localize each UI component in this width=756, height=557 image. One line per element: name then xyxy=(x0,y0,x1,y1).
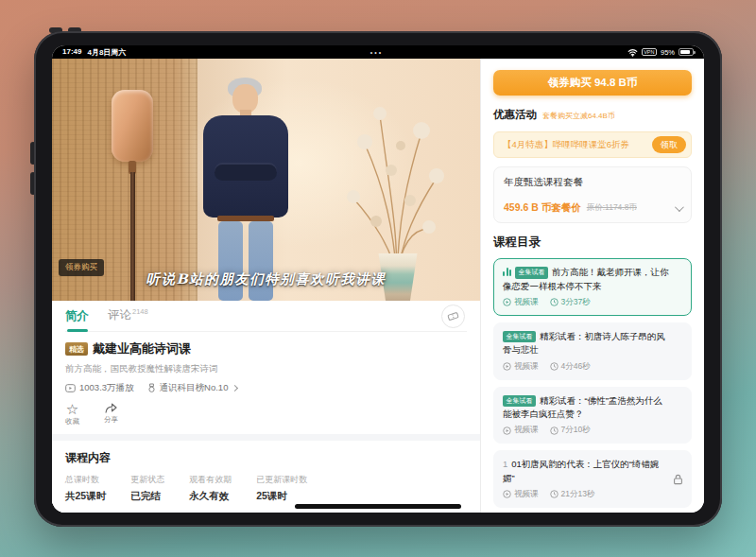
presenter xyxy=(194,74,298,301)
share-button[interactable]: 分享 xyxy=(104,402,118,426)
catalog-header: 课程目录 xyxy=(493,235,692,251)
item-type-label: 视频课 xyxy=(514,489,539,500)
dried-flowers xyxy=(331,87,454,301)
clock-time: 17:49 xyxy=(62,47,81,58)
video-type-icon xyxy=(503,426,511,435)
status-bar: 17:49 4月8日周六 ••• VPN 95% xyxy=(52,45,704,59)
package-original-price: 原价:1174.8币 xyxy=(587,202,637,214)
item-duration-label: 7分10秒 xyxy=(561,425,591,436)
featured-badge: 精选 xyxy=(65,342,88,356)
clock-icon xyxy=(550,362,558,371)
package-price: 459.6 B 币套餐价 xyxy=(504,201,581,215)
clock-icon xyxy=(550,490,558,498)
item-meta: 视频课 21分13秒 xyxy=(503,489,682,500)
list-item[interactable]: 全集试看精彩试看：初唐诗人陈子昂的风骨与悲壮 视频课 4分46秒 xyxy=(493,322,692,380)
video-type-icon xyxy=(503,490,511,498)
vintage-microphone xyxy=(112,90,153,162)
clock-date: 4月8日周六 xyxy=(87,47,126,58)
clock-icon xyxy=(550,298,558,306)
item-title: 101初唐风韵的代表：上官仪的“绮错婉媚” xyxy=(503,458,682,485)
multitask-dots-icon: ••• xyxy=(126,49,627,56)
coupon-ticket-icon[interactable] xyxy=(441,305,465,328)
play-count-icon xyxy=(65,384,76,392)
list-item[interactable]: 101初唐风韵的代表：上官仪的“绮错婉媚” 视频课 21分13秒 xyxy=(493,450,692,508)
rank-medal-icon xyxy=(147,383,156,393)
content-info-header: 课程内容 xyxy=(65,450,467,466)
item-title: 全集试看前方高能！戴老师开课，让你像恋爱一样根本停不下来 xyxy=(503,266,682,293)
chevron-right-icon xyxy=(232,385,238,392)
battery-icon xyxy=(679,48,694,56)
comments-count: 2148 xyxy=(132,307,148,316)
course-title: 戴建业高能诗词课 xyxy=(93,340,191,357)
vpn-badge: VPN xyxy=(642,48,657,56)
clock-icon xyxy=(550,426,558,435)
video-subtitle: 听说B站的朋友们特别喜欢听我讲课 xyxy=(52,270,480,288)
trial-badge: 全集试看 xyxy=(503,395,536,408)
coupon-text: 【4月特惠】哔哩哔哩课堂6折券 xyxy=(503,139,629,151)
item-type-label: 视频课 xyxy=(514,425,539,436)
tab-bar: 简介 评论2148 xyxy=(65,301,467,332)
home-indicator[interactable] xyxy=(295,504,461,509)
package-title: 年度甄选课程套餐 xyxy=(504,176,681,189)
item-duration-label: 21分13秒 xyxy=(561,489,595,500)
video-type-icon xyxy=(503,298,511,306)
trial-badge: 全集试看 xyxy=(515,267,548,279)
screen: 17:49 4月8日周六 ••• VPN 95% xyxy=(52,45,704,513)
course-desc: 前方高能，国民教授魔性解读唐宋诗词 xyxy=(65,363,467,375)
list-item[interactable]: 全集试看前方高能！戴老师开课，让你像恋爱一样根本停不下来 视频课 3分37秒 xyxy=(493,258,692,316)
item-duration-label: 3分37秒 xyxy=(561,297,591,308)
coupon-card: 【4月特惠】哔哩哔哩课堂6折券 领取 xyxy=(493,131,692,158)
course-list: 全集试看前方高能！戴老师开课，让你像恋爱一样根本停不下来 视频课 3分37秒 全… xyxy=(493,258,692,513)
item-meta: 视频课 3分37秒 xyxy=(503,297,682,308)
item-duration-label: 4分46秒 xyxy=(561,361,591,373)
item-type-label: 视频课 xyxy=(514,297,539,308)
play-count: 1003.3万播放 xyxy=(65,382,134,394)
trial-badge: 全集试看 xyxy=(503,331,536,343)
favorite-button[interactable]: ☆ 收藏 xyxy=(65,402,79,426)
section-divider xyxy=(52,434,480,441)
item-meta: 视频课 7分10秒 xyxy=(503,425,682,436)
chevron-down-icon[interactable] xyxy=(675,202,684,212)
video-type-icon xyxy=(503,362,511,371)
tab-comments[interactable]: 评论2148 xyxy=(108,307,148,323)
claim-button[interactable]: 领取 xyxy=(652,136,686,153)
video-player[interactable]: 领券购买 听说B站的朋友们特别喜欢听我讲课 xyxy=(52,59,480,301)
list-item[interactable]: 全集试看精彩试看：“佛性”孟浩然为什么能被李白疯狂点赞？ 视频课 7分10秒 xyxy=(493,387,692,444)
lock-icon xyxy=(673,474,683,485)
content-info-grid: 总课时数共25课时 更新状态已完结 观看有效期永久有效 已更新课时数25课时 xyxy=(65,474,467,503)
promo-note: 套餐购买立减64.4B币 xyxy=(542,111,615,121)
item-title: 全集试看精彩试看：初唐诗人陈子昂的风骨与悲壮 xyxy=(503,330,682,357)
item-title-text: 01初唐风韵的代表：上官仪的“绮错婉媚” xyxy=(503,459,660,482)
ipad-frame: 17:49 4月8日周六 ••• VPN 95% xyxy=(34,31,722,527)
tab-intro[interactable]: 简介 xyxy=(65,308,89,324)
package-card[interactable]: 年度甄选课程套餐 459.6 B 币套餐价 原价:1174.8币 xyxy=(493,166,692,223)
promo-header: 优惠活动 xyxy=(493,108,537,122)
item-number: 1 xyxy=(503,459,507,469)
item-meta: 视频课 4分46秒 xyxy=(503,361,682,373)
item-title: 全集试看精彩试看：“佛性”孟浩然为什么能被李白疯狂点赞？ xyxy=(503,394,682,422)
share-icon xyxy=(104,402,118,414)
wifi-icon xyxy=(627,48,638,57)
battery-percent: 95% xyxy=(661,48,675,57)
section-divider xyxy=(52,511,480,513)
item-type-label: 视频课 xyxy=(514,361,539,373)
purchase-sidebar: 领券购买 94.8 B币 优惠活动 套餐购买立减64.4B币 【4月特惠】哔哩哔… xyxy=(480,59,704,513)
rank-entry[interactable]: 通识科目榜No.10 xyxy=(147,382,238,394)
buy-button[interactable]: 领券购买 94.8 B币 xyxy=(493,70,692,96)
playing-bars-icon xyxy=(503,268,511,276)
star-icon: ☆ xyxy=(66,402,78,416)
